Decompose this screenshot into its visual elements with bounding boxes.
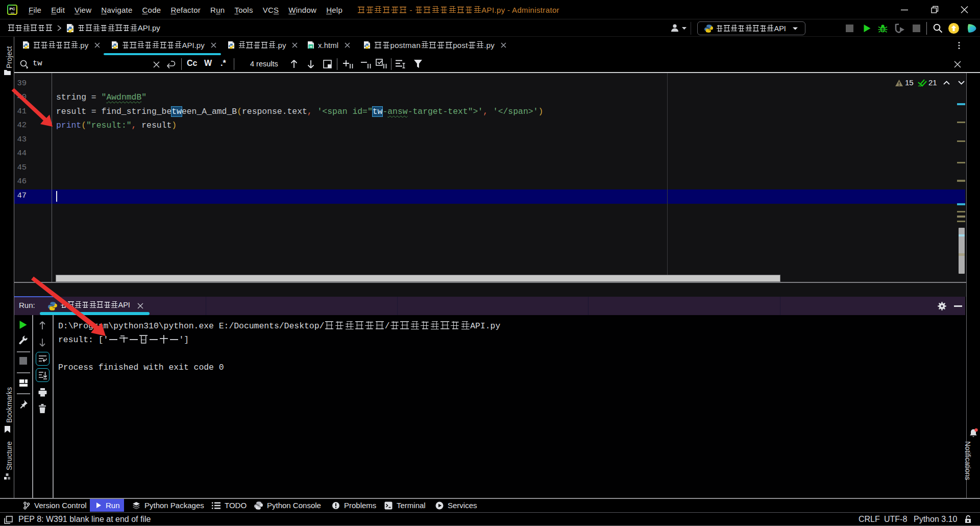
svg-text:H: H [309, 44, 312, 49]
